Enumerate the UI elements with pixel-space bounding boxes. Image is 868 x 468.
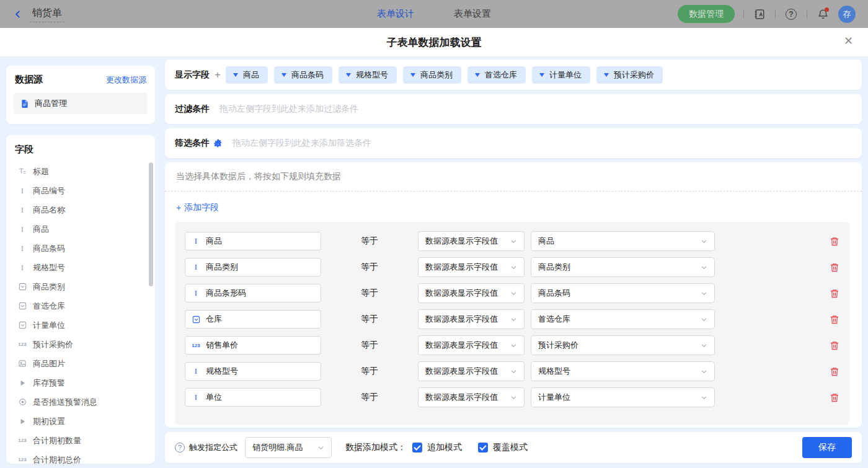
field-item[interactable]: 计量单位: [14, 316, 148, 335]
trash-icon[interactable]: [830, 236, 839, 247]
rule-source-select[interactable]: 数据源表显示字段值: [418, 335, 525, 355]
trash-icon[interactable]: [830, 288, 839, 299]
number-field-icon: 123: [17, 342, 27, 347]
rule-field-box[interactable]: 123 销售单价: [185, 336, 321, 355]
back-icon[interactable]: [12, 9, 24, 20]
avatar[interactable]: 存: [838, 6, 856, 23]
field-item[interactable]: 期初设置: [14, 412, 148, 431]
screen-dropzone[interactable]: 拖动左侧字段到此处来添加筛选条件: [232, 138, 371, 149]
rule-operator: 等于: [321, 340, 418, 351]
change-datasource-link[interactable]: 更改数据源: [106, 74, 146, 86]
rule-source-select[interactable]: 数据源表显示字段值: [418, 387, 525, 407]
tab-form-settings[interactable]: 表单设置: [454, 8, 491, 20]
field-item[interactable]: I 商品条码: [14, 239, 148, 258]
rule-target-select[interactable]: 商品类别: [531, 257, 715, 277]
triangle-down-icon: [539, 73, 544, 77]
rule-target-select[interactable]: 商品: [531, 231, 715, 251]
field-item[interactable]: 是否推送预警消息: [14, 392, 148, 412]
help-icon[interactable]: ?: [784, 7, 798, 21]
rule-field-box[interactable]: 仓库: [185, 310, 321, 329]
rule-target-select[interactable]: 预计采购价: [531, 335, 715, 355]
mode-checkbox-item[interactable]: 追加模式: [412, 442, 462, 453]
field-item[interactable]: 商品类别: [14, 277, 148, 296]
text-field-icon: I: [191, 262, 201, 272]
formula-help-icon[interactable]: ?: [175, 443, 185, 453]
trash-icon[interactable]: [830, 262, 839, 273]
field-item[interactable]: 123 合计期初总价: [14, 450, 148, 464]
field-item[interactable]: 123 合计期初数量: [14, 431, 148, 450]
field-item[interactable]: 商品图片: [14, 354, 148, 373]
rule-source-select[interactable]: 数据源表显示字段值: [418, 231, 525, 251]
field-item[interactable]: I 商品名称: [14, 200, 148, 219]
rule-field-box[interactable]: I 商品条形码: [185, 284, 321, 302]
display-field-tag[interactable]: 规格型号: [339, 66, 397, 84]
rule-source-select[interactable]: 数据源表显示字段值: [418, 361, 525, 381]
formula-select[interactable]: 销货明细.商品: [245, 437, 332, 458]
field-item[interactable]: I 商品编号: [14, 181, 148, 200]
field-item[interactable]: 标题: [14, 162, 148, 181]
trash-icon[interactable]: [830, 366, 839, 377]
checkbox-checked-icon[interactable]: [478, 443, 488, 453]
rule-field-box[interactable]: I 商品: [185, 232, 321, 250]
display-field-tag[interactable]: 商品条码: [274, 66, 332, 84]
screen: 销货单 表单设计 表单设置 数据管理 ? 存 子表单数据加载设置 ✕: [0, 0, 868, 468]
form-name[interactable]: 销货单: [30, 6, 64, 22]
save-button[interactable]: 保存: [802, 437, 852, 458]
image-field-icon: [17, 360, 27, 368]
data-manage-button[interactable]: 数据管理: [678, 5, 735, 23]
display-field-tag[interactable]: 首选仓库: [467, 66, 526, 84]
field-item[interactable]: I 规格型号: [14, 258, 148, 277]
display-field-tag[interactable]: 商品: [226, 66, 268, 84]
display-field-tag[interactable]: 预计采购价: [596, 66, 663, 84]
rule-target-select[interactable]: 首选仓库: [531, 309, 715, 329]
chevron-down-icon: [510, 290, 517, 297]
rule-target-select[interactable]: 计量单位: [531, 387, 715, 407]
group-field-icon: [17, 418, 27, 425]
add-field-button[interactable]: + 添加字段: [176, 202, 219, 213]
rule-source-select[interactable]: 数据源表显示字段值: [418, 309, 525, 329]
text-field-icon: I: [17, 263, 27, 273]
screen-label: 筛选条件: [175, 138, 210, 149]
rule-source-select[interactable]: 数据源表显示字段值: [418, 257, 525, 277]
rule-row: 仓库 等于 数据源表显示字段值 首选仓库: [175, 306, 849, 332]
chevron-down-icon: [701, 316, 707, 323]
sidebar: 数据源 更改数据源 商品管理 字段 标题 I 商品编号 I 商品名称: [0, 57, 160, 468]
add-display-field-button[interactable]: +: [215, 69, 221, 81]
field-item[interactable]: 库存预警: [14, 373, 148, 392]
rule-operator: 等于: [321, 314, 418, 325]
display-field-tag[interactable]: 计量单位: [532, 66, 590, 84]
divider: [775, 9, 776, 19]
triangle-down-icon: [233, 73, 238, 77]
mode-checkbox-item[interactable]: 覆盖模式: [478, 442, 528, 453]
rule-target-select[interactable]: 规格型号: [531, 361, 715, 381]
modal-header: 子表单数据加载设置 ✕: [0, 28, 868, 57]
rule-source-select[interactable]: 数据源表显示字段值: [418, 283, 525, 303]
fields-card: 字段 标题 I 商品编号 I 商品名称 I 商品 I 商品条码 I 规格型号 商…: [6, 135, 155, 464]
rule-field-box[interactable]: I 单位: [185, 388, 321, 407]
mode-label: 数据添加模式：: [345, 442, 406, 453]
notification-bell-icon[interactable]: [816, 7, 830, 21]
plus-icon: +: [176, 203, 181, 213]
display-field-tag[interactable]: 商品类别: [403, 66, 461, 84]
radio-field-icon: [17, 398, 27, 406]
field-item[interactable]: 首选仓库: [14, 296, 148, 316]
datasource-item[interactable]: 商品管理: [14, 93, 148, 114]
close-icon[interactable]: ✕: [844, 35, 853, 46]
checkbox-checked-icon[interactable]: [412, 443, 422, 453]
field-item[interactable]: I 商品: [14, 219, 148, 239]
docs-guide-icon[interactable]: [753, 7, 766, 21]
trash-icon[interactable]: [830, 392, 839, 403]
filter-dropzone[interactable]: 拖动左侧字段到此处来添加过滤条件: [219, 104, 358, 115]
field-item[interactable]: 123 预计采购价: [14, 335, 148, 354]
rule-row: I 规格型号 等于 数据源表显示字段值 规格型号: [175, 358, 849, 384]
tab-form-design[interactable]: 表单设计: [377, 8, 414, 20]
trash-icon[interactable]: [830, 340, 839, 351]
rule-field-box[interactable]: I 规格型号: [185, 362, 321, 381]
datasource-card: 数据源 更改数据源 商品管理: [6, 66, 155, 124]
chevron-down-icon: [510, 316, 517, 323]
trash-icon[interactable]: [830, 314, 839, 325]
rule-field-box[interactable]: I 商品类别: [185, 258, 321, 276]
gear-icon[interactable]: [214, 139, 223, 148]
rule-target-select[interactable]: 商品条码: [531, 283, 715, 303]
fields-scrollbar[interactable]: [149, 162, 153, 286]
